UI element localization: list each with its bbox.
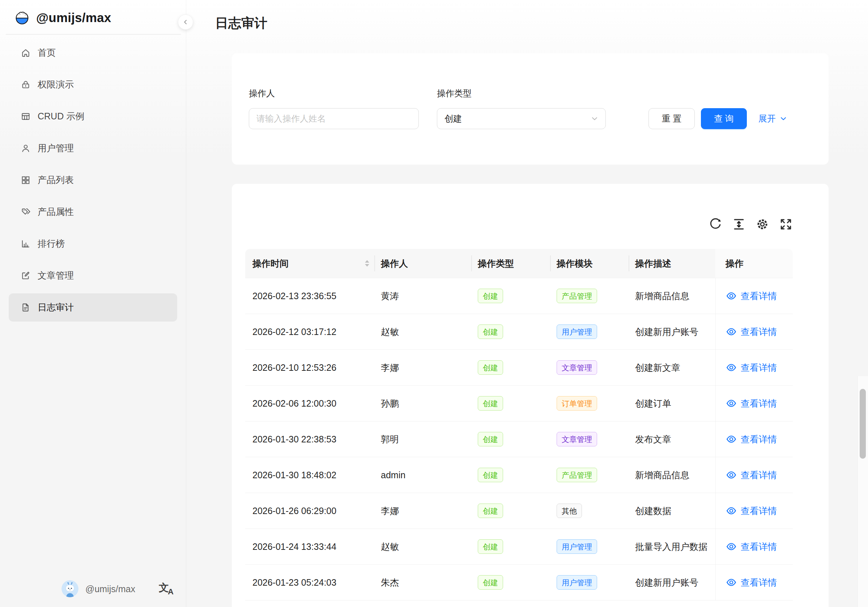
cell-desc: 创建新用户账号 <box>629 314 715 349</box>
eye-icon <box>726 398 737 409</box>
sidebar-item-crud[interactable]: CRUD 示例 <box>9 102 177 130</box>
query-button[interactable]: 查 询 <box>701 108 747 129</box>
table-card: 操作时间 操作人 操作类型 操作模块 操作描述 操作 2026-02-13 23… <box>232 184 829 607</box>
expand-link[interactable]: 展开 <box>758 108 788 129</box>
table-toolbar <box>708 217 793 231</box>
reset-button[interactable]: 重 置 <box>648 108 695 129</box>
view-detail-link[interactable]: 查看详情 <box>726 577 777 588</box>
filter-card: 操作人 操作类型 创建 重 置 查 询 展开 <box>232 53 829 165</box>
table-row: 2026-02-12 03:17:12 赵敏 创建 用户管理 创建新用户账号 查… <box>245 314 793 350</box>
module-tag: 订单管理 <box>556 396 597 411</box>
col-header-module: 操作模块 <box>551 249 629 278</box>
cell-desc: 创建订单 <box>629 386 715 421</box>
eye-icon <box>726 470 737 480</box>
sidebar-item-label: 日志审计 <box>37 301 74 313</box>
eye-icon <box>726 541 737 552</box>
table-row: 2026-02-13 23:36:55 黄涛 创建 产品管理 新增商品信息 查看… <box>245 278 793 314</box>
col-header-operator: 操作人 <box>375 249 472 278</box>
view-detail-link[interactable]: 查看详情 <box>726 433 777 445</box>
page-scrollbar-track[interactable] <box>857 376 868 607</box>
operator-input[interactable] <box>249 108 419 129</box>
cell-operator: admin <box>375 457 472 493</box>
module-tag: 文章管理 <box>556 360 597 375</box>
cell-operator: 朱杰 <box>375 565 472 600</box>
view-detail-link[interactable]: 查看详情 <box>726 290 777 302</box>
module-tag: 产品管理 <box>556 468 597 482</box>
cell-time: 2026-02-10 12:53:26 <box>245 350 375 385</box>
table-row: 2026-01-23 05:24:03 朱杰 创建 用户管理 创建新用户账号 查… <box>245 565 793 601</box>
sidebar-item-label: 产品列表 <box>37 174 74 186</box>
view-detail-link[interactable]: 查看详情 <box>726 397 777 410</box>
cell-time: 2026-02-12 03:17:12 <box>245 314 375 349</box>
view-detail-link[interactable]: 查看详情 <box>726 326 777 338</box>
sidebar-item-ranking[interactable]: 排行榜 <box>9 230 177 258</box>
type-tag: 创建 <box>478 324 503 339</box>
fullscreen-icon[interactable] <box>779 217 793 231</box>
eye-icon <box>726 577 737 588</box>
type-tag: 创建 <box>478 468 503 482</box>
sidebar-item-articles[interactable]: 文章管理 <box>9 262 177 290</box>
sorter-icon[interactable] <box>365 260 369 267</box>
user-name: @umijs/max <box>85 584 135 595</box>
page-scrollbar-thumb[interactable] <box>860 389 866 459</box>
view-detail-link[interactable]: 查看详情 <box>726 469 777 481</box>
cell-time: 2026-02-06 12:00:30 <box>245 386 375 421</box>
cell-operator: 李娜 <box>375 493 472 528</box>
avatar[interactable] <box>62 580 79 597</box>
type-tag: 创建 <box>478 539 503 554</box>
view-detail-link[interactable]: 查看详情 <box>726 505 777 517</box>
cell-time: 2026-01-23 05:24:03 <box>245 565 375 600</box>
eye-icon <box>726 434 737 445</box>
sidebar-item-log-audit[interactable]: 日志审计 <box>9 293 177 321</box>
type-tag: 创建 <box>478 360 503 375</box>
sidebar-item-permission[interactable]: 权限演示 <box>9 71 177 99</box>
type-tag: 创建 <box>478 432 503 446</box>
operation-type-select[interactable]: 创建 <box>437 108 606 129</box>
rice-bowl-logo-icon <box>14 9 30 26</box>
view-detail-link[interactable]: 查看详情 <box>726 541 777 553</box>
setting-icon[interactable] <box>755 217 769 231</box>
eye-icon <box>726 290 737 301</box>
table-row: 2026-01-24 13:33:44 赵敏 创建 用户管理 批量导入用户数据 … <box>245 529 793 565</box>
col-header-time[interactable]: 操作时间 <box>245 249 375 278</box>
cell-operator: 赵敏 <box>375 314 472 349</box>
table-row: 2026-01-30 22:38:53 郭明 创建 文章管理 发布文章 查看详情 <box>245 421 793 457</box>
type-tag: 创建 <box>478 396 503 411</box>
cell-time: 2026-01-30 22:38:53 <box>245 421 375 457</box>
file-text-icon <box>21 303 31 312</box>
cell-desc: 新增商品信息 <box>629 278 715 314</box>
column-height-icon[interactable] <box>732 217 746 231</box>
cell-desc: 创建新文章 <box>629 350 715 385</box>
sidebar: @umijs/max 首页 权限演示 CRUD 示例 用户管理 产品列表 产品属… <box>0 0 186 607</box>
col-header-type: 操作类型 <box>472 249 551 278</box>
sidebar-item-label: 用户管理 <box>37 142 74 154</box>
cell-desc: 创建数据 <box>629 493 715 528</box>
logo[interactable]: @umijs/max <box>0 0 186 26</box>
chevron-left-icon <box>182 19 189 26</box>
sidebar-item-label: 文章管理 <box>37 270 74 281</box>
sidebar-item-product-attrs[interactable]: 产品属性 <box>9 198 177 226</box>
sidebar-collapse-button[interactable] <box>178 14 193 29</box>
sidebar-item-label: 产品属性 <box>37 206 74 218</box>
col-header-action: 操作 <box>715 249 793 278</box>
module-tag: 用户管理 <box>556 539 597 554</box>
page-title: 日志审计 <box>215 14 267 32</box>
edit-icon <box>21 270 31 281</box>
sidebar-item-home[interactable]: 首页 <box>9 39 177 67</box>
cell-desc: 新增商品信息 <box>629 457 715 493</box>
tags-icon <box>21 207 31 217</box>
view-detail-link[interactable]: 查看详情 <box>726 362 777 374</box>
reload-icon[interactable] <box>708 217 722 231</box>
cell-time: 2026-01-24 13:33:44 <box>245 529 375 564</box>
translate-icon[interactable]: 文A <box>158 580 174 597</box>
module-tag: 文章管理 <box>556 432 597 446</box>
cell-desc: 创建新用户账号 <box>629 565 715 600</box>
table-row: 2026-01-26 06:29:00 李娜 创建 其他 创建数据 查看详情 <box>245 493 793 529</box>
module-tag: 产品管理 <box>556 289 597 303</box>
operator-label: 操作人 <box>249 87 275 99</box>
sidebar-item-label: 首页 <box>37 47 56 59</box>
log-table: 操作时间 操作人 操作类型 操作模块 操作描述 操作 2026-02-13 23… <box>245 249 793 601</box>
sidebar-item-users[interactable]: 用户管理 <box>9 134 177 162</box>
sidebar-item-products[interactable]: 产品列表 <box>9 166 177 194</box>
cell-operator: 李娜 <box>375 350 472 385</box>
